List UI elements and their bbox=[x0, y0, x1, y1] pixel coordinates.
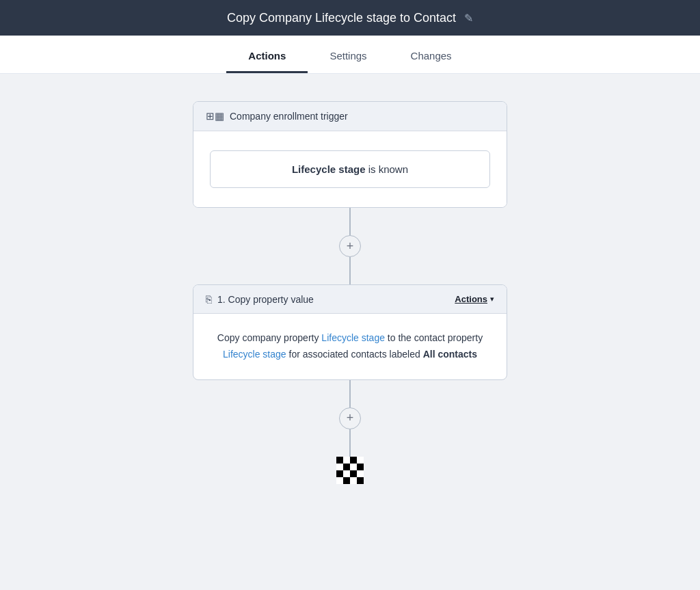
flag-cell bbox=[350, 464, 357, 470]
actions-link-label: Actions bbox=[455, 294, 487, 304]
add-step-button-2[interactable]: + bbox=[339, 407, 361, 429]
flag-cell bbox=[350, 457, 357, 464]
trigger-card-body: Lifecycle stage is known bbox=[193, 131, 507, 207]
action-body-prefix: Copy company property bbox=[217, 332, 322, 343]
condition-box[interactable]: Lifecycle stage is known bbox=[210, 150, 490, 188]
chevron-down-icon: ▾ bbox=[490, 295, 494, 304]
flag-cell bbox=[343, 464, 350, 470]
tab-actions[interactable]: Actions bbox=[226, 39, 308, 73]
trigger-card-header: ⊞▦ Company enrollment trigger bbox=[193, 102, 507, 131]
flag-cell bbox=[357, 470, 364, 477]
condition-bold-text: Lifecycle stage bbox=[292, 163, 366, 175]
flag-cell bbox=[350, 477, 357, 484]
edit-icon[interactable]: ✎ bbox=[464, 12, 473, 25]
page-title: Copy Company Lifecycle stage to Contact bbox=[227, 11, 456, 25]
action-card-header: ⎘ 1. Copy property value Actions ▾ bbox=[193, 285, 507, 314]
app-header: Copy Company Lifecycle stage to Contact … bbox=[0, 0, 700, 36]
action-lifecycle-link-2[interactable]: Lifecycle stage bbox=[223, 349, 286, 360]
condition-rest-text: is known bbox=[366, 163, 409, 175]
flag-cell bbox=[343, 477, 350, 484]
main-content: ⊞▦ Company enrollment trigger Lifecycle … bbox=[0, 74, 700, 590]
action-card: ⎘ 1. Copy property value Actions ▾ Copy … bbox=[193, 284, 507, 380]
flag-cell bbox=[357, 457, 364, 464]
finish-flag bbox=[336, 457, 364, 484]
flag-cell bbox=[336, 457, 343, 464]
connector-line-4 bbox=[349, 429, 351, 457]
connector-line-1 bbox=[349, 208, 351, 235]
connector-line-3 bbox=[349, 380, 351, 407]
flag-cell bbox=[336, 477, 343, 484]
add-step-button-1[interactable]: + bbox=[339, 235, 361, 257]
connector-line-2 bbox=[349, 257, 351, 284]
flag-cell bbox=[343, 457, 350, 464]
action-card-body: Copy company property Lifecycle stage to… bbox=[193, 314, 507, 379]
flag-cell bbox=[336, 464, 343, 470]
action-menu-button[interactable]: Actions ▾ bbox=[455, 294, 494, 304]
action-lifecycle-link-1[interactable]: Lifecycle stage bbox=[321, 332, 385, 343]
action-body-middle: to the contact property bbox=[385, 332, 483, 343]
copy-property-icon: ⎘ bbox=[206, 293, 212, 305]
enrollment-trigger-icon: ⊞▦ bbox=[206, 110, 224, 122]
tab-changes[interactable]: Changes bbox=[389, 39, 474, 73]
tab-settings[interactable]: Settings bbox=[308, 39, 388, 73]
tabs-bar: Actions Settings Changes bbox=[0, 36, 700, 74]
action-header-left: ⎘ 1. Copy property value bbox=[206, 293, 314, 305]
action-body-suffix: for associated contacts labeled bbox=[286, 349, 423, 360]
flag-cell bbox=[350, 470, 357, 477]
trigger-card: ⊞▦ Company enrollment trigger Lifecycle … bbox=[193, 101, 507, 208]
trigger-header-text: Company enrollment trigger bbox=[230, 111, 348, 122]
flag-cell bbox=[336, 470, 343, 477]
flag-cell bbox=[357, 477, 364, 484]
action-all-contacts: All contacts bbox=[423, 349, 477, 360]
flag-cell bbox=[343, 470, 350, 477]
action-header-text: 1. Copy property value bbox=[217, 294, 314, 305]
flag-cell bbox=[357, 464, 364, 470]
